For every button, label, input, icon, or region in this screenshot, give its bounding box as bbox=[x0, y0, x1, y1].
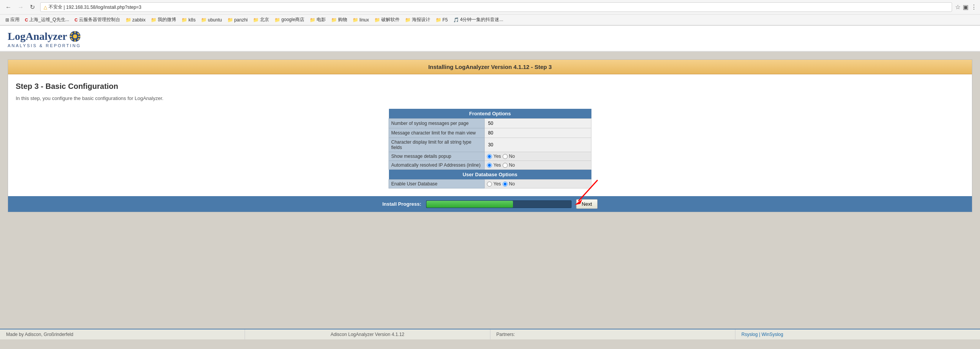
bookmark-5[interactable]: 📁 k8s bbox=[179, 16, 198, 23]
footer-version: Adiscon LogAnalyzer Version 4.1.12 bbox=[245, 329, 490, 339]
install-container: Installing LogAnalyzer Version 4.1.12 - … bbox=[8, 59, 972, 212]
radio-show-details-yes[interactable] bbox=[487, 154, 492, 159]
bookmark-11[interactable]: 📁 购物 bbox=[329, 16, 350, 24]
bookmark-folder-icon-6: 📁 bbox=[201, 17, 207, 23]
bookmark-15[interactable]: 📁 F5 bbox=[433, 16, 450, 23]
address-separator: | bbox=[62, 5, 66, 10]
footer-partners: Partners: bbox=[490, 329, 735, 339]
bookmark-label-6: ubuntu bbox=[208, 17, 222, 23]
input-char-limit-main[interactable] bbox=[487, 130, 589, 136]
bookmark-folder-icon-15: 📁 bbox=[436, 17, 441, 23]
bookmark-label-4: 我的微博 bbox=[158, 16, 176, 23]
browser-actions: ☆ ▣ ⋮ bbox=[955, 3, 977, 11]
install-body: Step 3 - Basic Configuration In this ste… bbox=[8, 74, 972, 196]
forward-button[interactable]: → bbox=[15, 3, 26, 11]
reload-button[interactable]: ↻ bbox=[28, 3, 37, 11]
radio-resolve-ip-no[interactable] bbox=[503, 163, 508, 168]
nav-buttons: ← → ↻ bbox=[3, 3, 37, 11]
progress-track bbox=[426, 200, 572, 208]
security-warning-icon: △ bbox=[44, 5, 47, 10]
bookmark-4[interactable]: 📁 我的微博 bbox=[149, 16, 178, 24]
music-icon: 🎵 bbox=[453, 17, 459, 23]
bookmark-folder-icon-11: 📁 bbox=[331, 17, 337, 23]
footer-partners-label: Partners: bbox=[497, 332, 515, 337]
config-row-show-details: Show message details popup Yes No bbox=[389, 152, 591, 161]
logo-subtitle: ANALYSIS & REPORTING bbox=[8, 43, 972, 48]
userdb-section-header: User Database Options bbox=[389, 170, 591, 180]
back-button[interactable]: ← bbox=[3, 3, 14, 11]
bookmark-9[interactable]: 📁 google商店 bbox=[272, 16, 307, 24]
frontend-section-label: Frontend Options bbox=[389, 109, 591, 119]
bookmark-8[interactable]: 📁 北京 bbox=[251, 16, 271, 24]
svg-rect-3 bbox=[74, 39, 75, 42]
footer-partners-text: Rsyslog | WinSyslog bbox=[742, 332, 783, 337]
bookmark-folder-icon-13: 📁 bbox=[374, 17, 380, 23]
address-text: 不安全 bbox=[49, 4, 62, 10]
step-title: Step 3 - Basic Configuration bbox=[16, 82, 964, 91]
bookmark-label-11: 购物 bbox=[338, 16, 347, 23]
bookmark-folder-icon-7: 📁 bbox=[227, 17, 233, 23]
bookmark-label-3: zabbix bbox=[132, 17, 146, 23]
menu-icon[interactable]: ⋮ bbox=[971, 3, 977, 11]
footer-version-text: Adiscon LogAnalyzer Version 4.1.12 bbox=[330, 332, 404, 337]
bookmark-7[interactable]: 📁 panzhi bbox=[225, 16, 250, 23]
bookmark-14[interactable]: 📁 海报设计 bbox=[403, 16, 433, 24]
bookmark-folder-icon-14: 📁 bbox=[405, 17, 411, 23]
next-button-container: Next bbox=[576, 199, 598, 209]
bookmark-3[interactable]: 📁 zabbix bbox=[123, 16, 148, 23]
bookmark-c-icon-1: C bbox=[25, 18, 28, 22]
footer-partner-links[interactable]: Rsyslog | WinSyslog bbox=[735, 329, 980, 339]
progress-label: Install Progress: bbox=[382, 201, 421, 207]
bookmark-apps-label: 应用 bbox=[10, 16, 20, 23]
step-desc: In this step, you configure the basic co… bbox=[16, 95, 964, 101]
bookmark-folder-icon-5: 📁 bbox=[181, 17, 187, 23]
config-label-char-limit-main: Message character limit for the main vie… bbox=[389, 128, 485, 138]
bookmark-16[interactable]: 🎵 4分钟一集的抖音迷... bbox=[451, 16, 506, 24]
footer-madeby-text: Made by Adiscon, Großrinderfeld bbox=[6, 332, 73, 337]
bookmark-12[interactable]: 📁 linux bbox=[350, 16, 371, 23]
bookmark-apps[interactable]: ⊞ 应用 bbox=[3, 16, 22, 24]
radio-show-details-no[interactable] bbox=[503, 154, 508, 159]
config-value-char-limit-main bbox=[485, 128, 591, 138]
extension-icon[interactable]: ▣ bbox=[963, 3, 969, 11]
bookmark-label-7: panzhi bbox=[234, 17, 248, 23]
bookmark-2[interactable]: C 云服务器管理控制台 bbox=[72, 16, 122, 24]
config-row-messages-per-page: Number of syslog messages per page bbox=[389, 119, 591, 128]
bookmark-label-14: 海报设计 bbox=[412, 16, 430, 23]
radio-resolve-ip-yes[interactable] bbox=[487, 163, 492, 168]
config-row-resolve-ip: Automatically resolved IP Addresses (inl… bbox=[389, 161, 591, 170]
progress-fill bbox=[426, 201, 513, 208]
radio-enable-userdb-no-label: No bbox=[509, 181, 515, 187]
logo-gear-icon bbox=[69, 30, 81, 43]
config-value-messages-per-page bbox=[485, 119, 591, 128]
config-table: Frontend Options Number of syslog messag… bbox=[389, 109, 591, 188]
userdb-section-label: User Database Options bbox=[389, 170, 591, 180]
bookmark-1[interactable]: C 上海_运维_Q先生... bbox=[23, 16, 72, 24]
config-label-messages-per-page: Number of syslog messages per page bbox=[389, 119, 485, 128]
svg-point-1 bbox=[73, 34, 77, 39]
bookmark-label-16: 4分钟一集的抖音迷... bbox=[460, 16, 503, 23]
footer-madeby: Made by Adiscon, Großrinderfeld bbox=[0, 329, 245, 339]
input-messages-per-page[interactable] bbox=[487, 120, 589, 126]
bookmark-folder-icon-10: 📁 bbox=[310, 17, 315, 23]
install-header: Installing LogAnalyzer Version 4.1.12 - … bbox=[8, 60, 972, 74]
bookmark-star-icon[interactable]: ☆ bbox=[955, 3, 960, 11]
logo-text: LogAnalyzer bbox=[8, 30, 67, 43]
svg-rect-4 bbox=[70, 36, 72, 37]
address-bar[interactable]: △ 不安全 | 192.168.31.58/log/install.php?st… bbox=[40, 2, 952, 12]
bookmark-folder-icon-3: 📁 bbox=[126, 17, 131, 23]
config-label-enable-userdb: Enable User Database bbox=[389, 180, 485, 188]
bookmark-13[interactable]: 📁 破解软件 bbox=[372, 16, 402, 24]
radio-show-details-yes-label: Yes bbox=[493, 154, 501, 159]
config-value-char-display-limit bbox=[485, 138, 591, 152]
input-char-display-limit[interactable] bbox=[487, 142, 589, 148]
radio-enable-userdb-yes[interactable] bbox=[487, 182, 492, 187]
bookmarks-bar: ⊞ 应用 C 上海_运维_Q先生... C 云服务器管理控制台 📁 zabbix… bbox=[0, 15, 980, 25]
bookmark-label-8: 北京 bbox=[260, 16, 269, 23]
bookmark-10[interactable]: 📁 电影 bbox=[307, 16, 328, 24]
config-label-show-details: Show message details popup bbox=[389, 152, 485, 161]
bookmark-6[interactable]: 📁 ubuntu bbox=[199, 16, 224, 23]
radio-show-details-no-label: No bbox=[509, 154, 515, 159]
next-button[interactable]: Next bbox=[576, 199, 598, 209]
radio-enable-userdb-no[interactable] bbox=[503, 182, 508, 187]
